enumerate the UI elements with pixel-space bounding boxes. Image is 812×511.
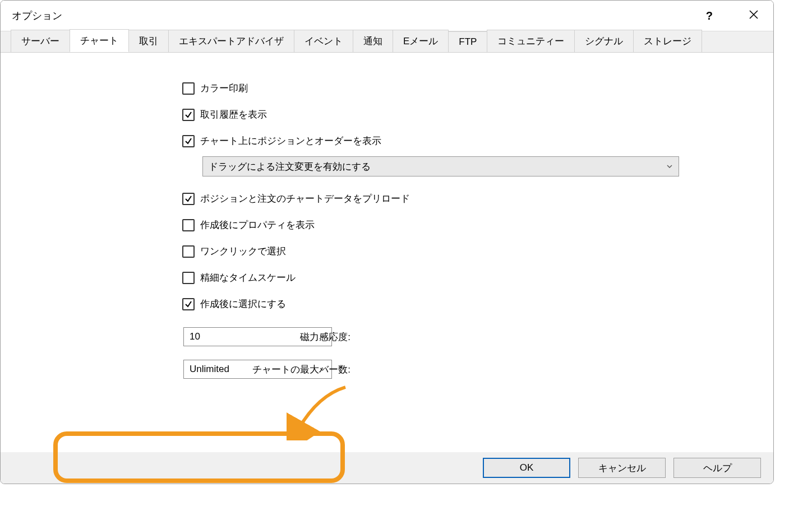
window-title: オプション	[12, 9, 62, 22]
checkbox-select-after-create[interactable]	[182, 298, 195, 310]
help-icon[interactable]: ?	[702, 7, 717, 25]
label-select-after-create: 作成後に選択にする	[200, 298, 286, 310]
label-color-print: カラー印刷	[200, 82, 248, 95]
tab-ftp[interactable]: FTP	[448, 31, 487, 52]
chevron-down-icon	[666, 163, 673, 170]
button-label: キャンセル	[598, 462, 646, 475]
label-max-bars: チャートの最大バー数:	[182, 363, 350, 376]
window-controls: ?	[702, 7, 763, 25]
checkbox-show-properties-after-create[interactable]	[182, 219, 195, 231]
annotation-arrow-icon	[287, 384, 354, 440]
tab-bar: サーバー チャート 取引 エキスパートアドバイザ イベント 通知 Eメール FT…	[1, 31, 773, 52]
help-button[interactable]: ヘルプ	[673, 458, 761, 478]
button-label: OK	[520, 462, 534, 473]
cancel-button[interactable]: キャンセル	[578, 458, 666, 478]
combo-drag-order-modify[interactable]: ドラッグによる注文変更を有効にする	[202, 156, 679, 176]
tab-label: コミュニティー	[497, 36, 564, 47]
tab-label: エキスパートアドバイザ	[179, 36, 284, 47]
tab-notification[interactable]: 通知	[353, 30, 393, 52]
ok-button[interactable]: OK	[483, 458, 570, 478]
combo-value: ドラッグによる注文変更を有効にする	[209, 160, 371, 173]
checkbox-show-trade-history[interactable]	[182, 109, 195, 121]
tab-event[interactable]: イベント	[294, 30, 353, 52]
content-panel: カラー印刷 取引履歴を表示 チャート上にポジションとオーダーを表示 ドラッグによ…	[1, 52, 773, 452]
checkbox-preload-chart-data[interactable]	[182, 193, 195, 205]
tab-chart[interactable]: チャート	[70, 29, 129, 52]
tab-label: シグナル	[585, 36, 623, 47]
button-bar: OK キャンセル ヘルプ	[1, 452, 773, 484]
label-magnet-sensitivity: 磁力感応度:	[182, 331, 350, 343]
close-icon[interactable]	[744, 7, 763, 24]
tab-label: Eメール	[403, 36, 438, 47]
label-precise-timescale: 精細なタイムスケール	[200, 271, 296, 284]
checkbox-oneclick-select[interactable]	[182, 245, 195, 258]
label-show-positions-orders: チャート上にポジションとオーダーを表示	[200, 134, 381, 147]
tab-expert-advisor[interactable]: エキスパートアドバイザ	[168, 30, 294, 52]
tab-label: FTP	[459, 36, 477, 47]
tab-server[interactable]: サーバー	[11, 30, 70, 52]
tab-label: 通知	[363, 36, 382, 47]
label-show-properties-after-create: 作成後にプロパティを表示	[200, 219, 315, 231]
tab-label: チャート	[80, 35, 118, 46]
tab-email[interactable]: Eメール	[393, 30, 449, 52]
label-show-trade-history: 取引履歴を表示	[200, 108, 267, 121]
tab-trade[interactable]: 取引	[128, 30, 169, 52]
checkbox-precise-timescale[interactable]	[182, 272, 195, 284]
tab-label: サーバー	[21, 36, 59, 47]
titlebar: オプション ?	[1, 1, 773, 31]
label-preload-chart-data: ポジションと注文のチャートデータをプリロード	[200, 192, 410, 205]
label-oneclick-select: ワンクリックで選択	[200, 245, 286, 258]
tab-community[interactable]: コミュニティー	[487, 30, 575, 52]
tab-label: 取引	[139, 36, 158, 47]
button-label: ヘルプ	[703, 462, 732, 475]
tab-label: イベント	[304, 36, 343, 47]
options-dialog: オプション ? サーバー チャート 取引 エキスパートアドバイザ イベント 通知…	[0, 0, 774, 484]
tab-label: ストレージ	[644, 36, 691, 47]
checkbox-show-positions-orders[interactable]	[182, 135, 195, 147]
checkbox-color-print[interactable]	[182, 82, 195, 95]
tab-storage[interactable]: ストレージ	[633, 30, 702, 52]
tab-signal[interactable]: シグナル	[574, 30, 634, 52]
